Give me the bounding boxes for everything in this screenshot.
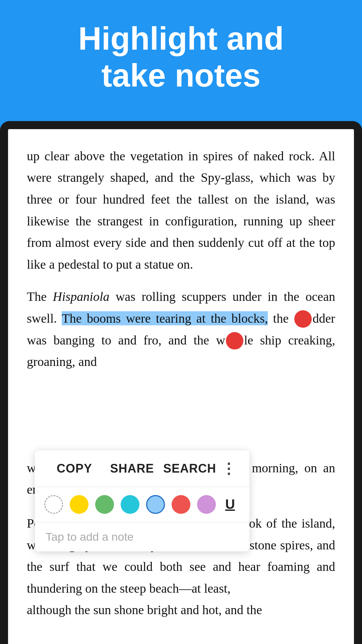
note-input-area[interactable]: Tap to add a note xyxy=(35,522,249,551)
color-purple[interactable] xyxy=(197,495,216,514)
color-green[interactable] xyxy=(95,495,114,514)
more-options-button[interactable]: ⋮ xyxy=(219,460,239,477)
partial-lines-right xyxy=(27,373,335,449)
paragraph-1: up clear above the vegetation in spires … xyxy=(27,145,335,275)
share-button[interactable]: SHARE xyxy=(103,460,161,477)
context-menu: COPY SHARE SEARCH ⋮ U Tap to add a note xyxy=(35,450,249,551)
paragraph-2: The Hispaniola was rolling scuppers unde… xyxy=(27,286,335,372)
search-button[interactable]: SEARCH xyxy=(161,460,219,477)
color-picker-row: U xyxy=(35,487,249,522)
copy-button[interactable]: COPY xyxy=(46,460,103,477)
paragraph-6: although the sun shone bright and hot, a… xyxy=(27,599,335,621)
color-none[interactable] xyxy=(44,495,63,514)
header-title: Highlight and take notes xyxy=(27,20,335,94)
color-blue[interactable] xyxy=(146,495,165,514)
underline-button[interactable]: U xyxy=(225,497,235,512)
tablet-screen: up clear above the vegetation in spires … xyxy=(8,129,354,644)
red-cursor-dot-2 xyxy=(226,332,243,350)
note-placeholder: Tap to add a note xyxy=(46,530,134,543)
color-yellow[interactable] xyxy=(70,495,88,514)
red-cursor-dot-1 xyxy=(294,310,312,328)
context-menu-actions: COPY SHARE SEARCH ⋮ xyxy=(35,450,249,487)
header: Highlight and take notes xyxy=(0,0,362,121)
highlighted-text: The booms were tearing at the blocks, xyxy=(62,311,268,325)
color-teal[interactable] xyxy=(121,495,139,514)
color-red[interactable] xyxy=(172,495,190,514)
tablet-device: up clear above the vegetation in spires … xyxy=(0,121,362,644)
